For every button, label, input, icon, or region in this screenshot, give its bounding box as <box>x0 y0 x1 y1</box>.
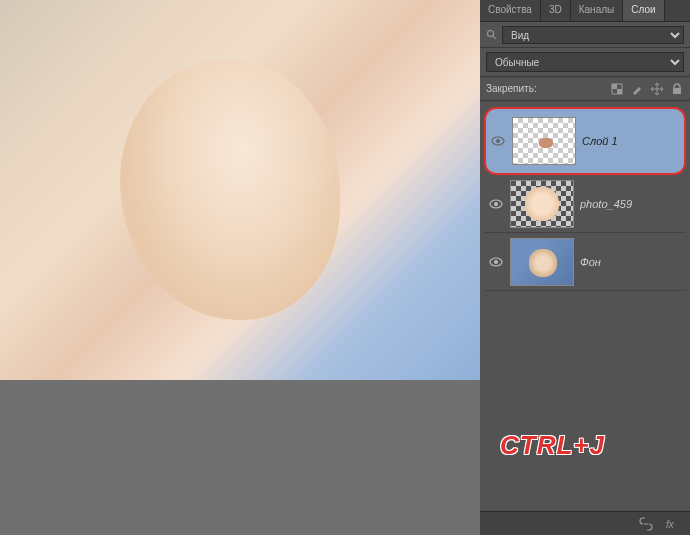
svg-text:fx: fx <box>666 519 675 530</box>
lock-brush-icon[interactable] <box>630 82 644 96</box>
layer-item-3[interactable]: Фон <box>484 233 686 291</box>
hotkey-annotation: CTRL+J <box>500 430 605 461</box>
blend-mode-select[interactable]: Обычные <box>486 52 684 72</box>
svg-rect-3 <box>612 84 617 89</box>
layer-thumbnail[interactable] <box>510 180 574 228</box>
layer-thumbnail[interactable] <box>510 238 574 286</box>
layer-filter-select[interactable]: Вид <box>502 26 684 44</box>
tab-channels[interactable]: Каналы <box>571 0 624 21</box>
svg-line-1 <box>493 35 496 38</box>
fx-icon[interactable]: fx <box>664 516 680 532</box>
lock-label: Закрепить: <box>486 83 537 94</box>
link-icon[interactable] <box>638 516 654 532</box>
layers-list: Слой 1 photo_459 Фон <box>480 101 690 297</box>
svg-point-7 <box>496 139 500 143</box>
svg-point-0 <box>488 30 494 36</box>
layer-item-2[interactable]: photo_459 <box>484 175 686 233</box>
tab-3d[interactable]: 3D <box>541 0 571 21</box>
svg-rect-5 <box>673 88 681 94</box>
lock-row: Закрепить: <box>480 77 690 101</box>
lock-icons <box>610 82 684 96</box>
layer-thumbnail[interactable] <box>512 117 576 165</box>
layer-name: photo_459 <box>580 198 632 210</box>
visibility-icon[interactable] <box>488 196 504 212</box>
layer-item-1[interactable]: Слой 1 <box>484 107 686 175</box>
svg-point-9 <box>494 202 498 206</box>
layer-name: Слой 1 <box>582 135 618 147</box>
layers-bottom-bar: fx <box>480 511 690 535</box>
canvas-area[interactable] <box>0 0 480 535</box>
lock-move-icon[interactable] <box>650 82 664 96</box>
visibility-icon[interactable] <box>490 133 506 149</box>
tab-properties[interactable]: Свойства <box>480 0 541 21</box>
blend-mode-row: Обычные <box>480 48 690 77</box>
tab-layers[interactable]: Слои <box>623 0 664 21</box>
svg-point-11 <box>494 260 498 264</box>
document-image[interactable] <box>0 0 480 380</box>
visibility-icon[interactable] <box>488 254 504 270</box>
layer-name: Фон <box>580 256 601 268</box>
lock-pixels-icon[interactable] <box>610 82 624 96</box>
layer-filter-row: Вид <box>480 22 690 48</box>
search-icon <box>486 29 498 41</box>
svg-rect-4 <box>617 89 622 94</box>
lock-all-icon[interactable] <box>670 82 684 96</box>
panel-tabs: Свойства 3D Каналы Слои <box>480 0 690 22</box>
